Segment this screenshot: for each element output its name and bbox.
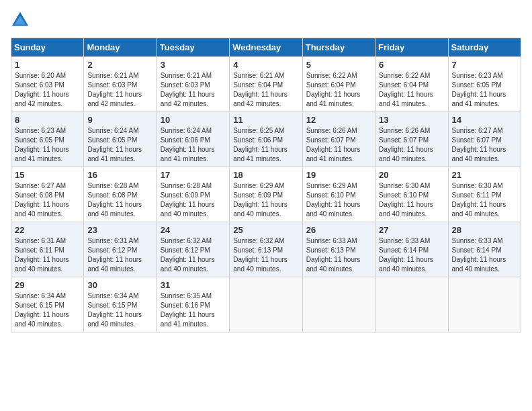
calendar-day-cell xyxy=(375,277,448,332)
day-info: Sunrise: 6:31 AMSunset: 6:12 PMDaylight:… xyxy=(87,237,142,273)
day-number: 15 xyxy=(15,170,80,180)
calendar-header-row: SundayMondayTuesdayWednesdayThursdayFrid… xyxy=(11,38,521,57)
calendar-day-cell xyxy=(302,277,375,332)
day-number: 21 xyxy=(452,170,517,180)
calendar-day-cell: 8 Sunrise: 6:23 AMSunset: 6:05 PMDayligh… xyxy=(11,112,84,167)
day-info: Sunrise: 6:34 AMSunset: 6:15 PMDaylight:… xyxy=(15,292,69,328)
calendar-day-cell: 29 Sunrise: 6:34 AMSunset: 6:15 PMDaylig… xyxy=(11,277,84,332)
day-number: 14 xyxy=(452,115,517,125)
day-number: 28 xyxy=(452,225,517,235)
day-number: 22 xyxy=(15,225,80,235)
day-info: Sunrise: 6:26 AMSunset: 6:07 PMDaylight:… xyxy=(379,127,433,163)
day-info: Sunrise: 6:29 AMSunset: 6:09 PMDaylight:… xyxy=(233,182,287,218)
day-number: 27 xyxy=(379,225,444,235)
day-number: 16 xyxy=(87,170,152,180)
calendar-day-cell: 14 Sunrise: 6:27 AMSunset: 6:07 PMDaylig… xyxy=(448,112,521,167)
day-info: Sunrise: 6:31 AMSunset: 6:11 PMDaylight:… xyxy=(15,237,69,273)
day-info: Sunrise: 6:27 AMSunset: 6:07 PMDaylight:… xyxy=(452,127,506,163)
calendar-day-cell: 3 Sunrise: 6:21 AMSunset: 6:03 PMDayligh… xyxy=(157,57,229,112)
calendar-day-cell: 12 Sunrise: 6:26 AMSunset: 6:07 PMDaylig… xyxy=(302,112,375,167)
day-info: Sunrise: 6:30 AMSunset: 6:11 PMDaylight:… xyxy=(452,182,506,218)
day-info: Sunrise: 6:33 AMSunset: 6:14 PMDaylight:… xyxy=(379,237,433,273)
day-info: Sunrise: 6:21 AMSunset: 6:03 PMDaylight:… xyxy=(87,72,142,107)
day-number: 9 xyxy=(87,115,152,125)
calendar-day-cell: 16 Sunrise: 6:28 AMSunset: 6:08 PMDaylig… xyxy=(84,167,157,222)
day-of-week-header: Tuesday xyxy=(157,38,229,57)
calendar-day-cell: 4 Sunrise: 6:21 AMSunset: 6:04 PMDayligh… xyxy=(230,57,302,112)
day-number: 20 xyxy=(379,170,444,180)
calendar-day-cell: 23 Sunrise: 6:31 AMSunset: 6:12 PMDaylig… xyxy=(84,222,157,277)
calendar-day-cell: 22 Sunrise: 6:31 AMSunset: 6:11 PMDaylig… xyxy=(11,222,84,277)
calendar-day-cell: 31 Sunrise: 6:35 AMSunset: 6:16 PMDaylig… xyxy=(157,277,229,332)
calendar-week-row: 22 Sunrise: 6:31 AMSunset: 6:11 PMDaylig… xyxy=(11,222,521,277)
calendar-day-cell: 25 Sunrise: 6:32 AMSunset: 6:13 PMDaylig… xyxy=(230,222,302,277)
day-number: 8 xyxy=(15,115,80,125)
day-info: Sunrise: 6:23 AMSunset: 6:05 PMDaylight:… xyxy=(452,72,506,107)
day-info: Sunrise: 6:28 AMSunset: 6:08 PMDaylight:… xyxy=(87,182,142,218)
day-info: Sunrise: 6:21 AMSunset: 6:04 PMDaylight:… xyxy=(233,72,287,107)
day-number: 25 xyxy=(233,225,298,235)
calendar-day-cell xyxy=(230,277,302,332)
day-info: Sunrise: 6:32 AMSunset: 6:13 PMDaylight:… xyxy=(233,237,287,273)
day-number: 31 xyxy=(161,280,226,290)
day-info: Sunrise: 6:22 AMSunset: 6:04 PMDaylight:… xyxy=(306,72,361,107)
day-info: Sunrise: 6:30 AMSunset: 6:10 PMDaylight:… xyxy=(379,182,433,218)
day-number: 2 xyxy=(87,60,152,70)
day-number: 23 xyxy=(87,225,152,235)
calendar-day-cell: 15 Sunrise: 6:27 AMSunset: 6:08 PMDaylig… xyxy=(11,167,84,222)
calendar-day-cell: 28 Sunrise: 6:33 AMSunset: 6:14 PMDaylig… xyxy=(448,222,521,277)
day-number: 11 xyxy=(233,115,298,125)
calendar-day-cell: 10 Sunrise: 6:24 AMSunset: 6:06 PMDaylig… xyxy=(157,112,229,167)
day-info: Sunrise: 6:20 AMSunset: 6:03 PMDaylight:… xyxy=(15,72,69,107)
calendar-day-cell: 17 Sunrise: 6:28 AMSunset: 6:09 PMDaylig… xyxy=(157,167,229,222)
calendar-day-cell: 30 Sunrise: 6:34 AMSunset: 6:15 PMDaylig… xyxy=(84,277,157,332)
day-info: Sunrise: 6:24 AMSunset: 6:05 PMDaylight:… xyxy=(87,127,142,163)
calendar-day-cell: 24 Sunrise: 6:32 AMSunset: 6:12 PMDaylig… xyxy=(157,222,229,277)
day-info: Sunrise: 6:34 AMSunset: 6:15 PMDaylight:… xyxy=(87,292,142,328)
calendar-day-cell: 21 Sunrise: 6:30 AMSunset: 6:11 PMDaylig… xyxy=(448,167,521,222)
day-info: Sunrise: 6:35 AMSunset: 6:16 PMDaylight:… xyxy=(161,292,215,328)
day-info: Sunrise: 6:21 AMSunset: 6:03 PMDaylight:… xyxy=(161,72,215,107)
calendar-week-row: 8 Sunrise: 6:23 AMSunset: 6:05 PMDayligh… xyxy=(11,112,521,167)
day-info: Sunrise: 6:32 AMSunset: 6:12 PMDaylight:… xyxy=(161,237,215,273)
day-info: Sunrise: 6:24 AMSunset: 6:06 PMDaylight:… xyxy=(161,127,215,163)
calendar-day-cell: 20 Sunrise: 6:30 AMSunset: 6:10 PMDaylig… xyxy=(375,167,448,222)
day-number: 26 xyxy=(306,225,371,235)
calendar-day-cell: 27 Sunrise: 6:33 AMSunset: 6:14 PMDaylig… xyxy=(375,222,448,277)
day-info: Sunrise: 6:22 AMSunset: 6:04 PMDaylight:… xyxy=(379,72,433,107)
day-number: 12 xyxy=(306,115,371,125)
day-info: Sunrise: 6:26 AMSunset: 6:07 PMDaylight:… xyxy=(306,127,361,163)
calendar-day-cell: 13 Sunrise: 6:26 AMSunset: 6:07 PMDaylig… xyxy=(375,112,448,167)
day-number: 10 xyxy=(161,115,226,125)
day-info: Sunrise: 6:25 AMSunset: 6:06 PMDaylight:… xyxy=(233,127,287,163)
day-info: Sunrise: 6:27 AMSunset: 6:08 PMDaylight:… xyxy=(15,182,69,218)
day-info: Sunrise: 6:29 AMSunset: 6:10 PMDaylight:… xyxy=(306,182,361,218)
logo xyxy=(11,11,32,30)
day-number: 18 xyxy=(233,170,298,180)
day-of-week-header: Saturday xyxy=(448,38,521,57)
day-of-week-header: Monday xyxy=(84,38,157,57)
calendar-week-row: 15 Sunrise: 6:27 AMSunset: 6:08 PMDaylig… xyxy=(11,167,521,222)
calendar-day-cell: 1 Sunrise: 6:20 AMSunset: 6:03 PMDayligh… xyxy=(11,57,84,112)
day-number: 19 xyxy=(306,170,371,180)
calendar-day-cell: 2 Sunrise: 6:21 AMSunset: 6:03 PMDayligh… xyxy=(84,57,157,112)
day-info: Sunrise: 6:23 AMSunset: 6:05 PMDaylight:… xyxy=(15,127,69,163)
logo-icon xyxy=(11,11,30,30)
day-info: Sunrise: 6:33 AMSunset: 6:13 PMDaylight:… xyxy=(306,237,361,273)
calendar-day-cell: 18 Sunrise: 6:29 AMSunset: 6:09 PMDaylig… xyxy=(230,167,302,222)
day-number: 13 xyxy=(379,115,444,125)
day-number: 4 xyxy=(233,60,298,70)
day-number: 3 xyxy=(161,60,226,70)
calendar-week-row: 29 Sunrise: 6:34 AMSunset: 6:15 PMDaylig… xyxy=(11,277,521,332)
calendar-day-cell: 11 Sunrise: 6:25 AMSunset: 6:06 PMDaylig… xyxy=(230,112,302,167)
day-number: 6 xyxy=(379,60,444,70)
day-number: 5 xyxy=(306,60,371,70)
day-number: 7 xyxy=(452,60,517,70)
calendar-week-row: 1 Sunrise: 6:20 AMSunset: 6:03 PMDayligh… xyxy=(11,57,521,112)
day-number: 30 xyxy=(87,280,152,290)
calendar-table: SundayMondayTuesdayWednesdayThursdayFrid… xyxy=(11,38,521,332)
day-of-week-header: Sunday xyxy=(11,38,84,57)
day-of-week-header: Thursday xyxy=(302,38,375,57)
calendar-day-cell: 9 Sunrise: 6:24 AMSunset: 6:05 PMDayligh… xyxy=(84,112,157,167)
day-number: 29 xyxy=(15,280,80,290)
